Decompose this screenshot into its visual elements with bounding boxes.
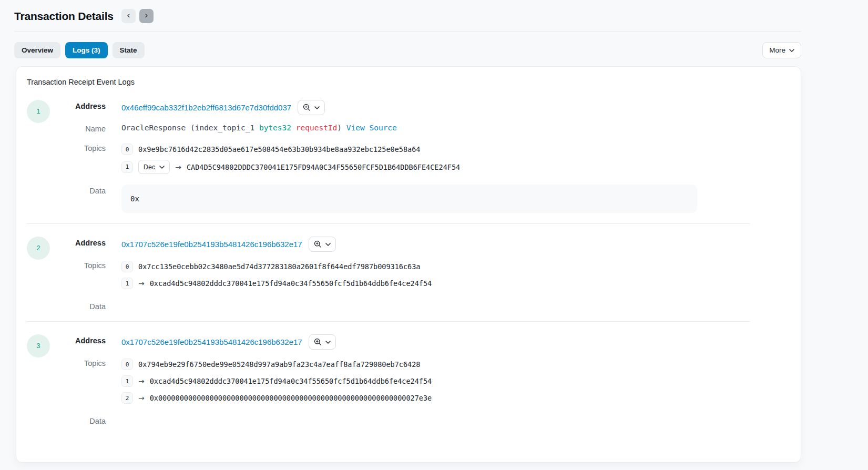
chevron-down-icon bbox=[789, 49, 794, 52]
topic-value: 0x794eb9e29f6750ede99e05248d997a9ab9fa23… bbox=[138, 360, 420, 369]
arrow-right-icon: → bbox=[138, 377, 145, 385]
topic-row: 1Dec→CAD4D5C94802DDDC370041E175FD94A0C34… bbox=[121, 160, 790, 174]
log-address-row: Address0x1707c526e19fe0b254193b5481426c1… bbox=[43, 237, 790, 259]
page-title: Transaction Details bbox=[14, 10, 114, 23]
field-label-address: Address bbox=[43, 100, 106, 110]
field-label-data: Data bbox=[43, 185, 106, 195]
chevron-left-icon: ‹ bbox=[127, 11, 130, 20]
log-name-segment: ) bbox=[337, 124, 346, 132]
log-entry: 3Address0x1707c526e19fe0b254193b5481426c… bbox=[27, 334, 790, 425]
log-data-row: Data0x bbox=[43, 185, 790, 213]
logs-list: 1Address0x46eff99cab332f1b2eb2ff6813d67e… bbox=[16, 100, 801, 425]
topic-value: 0x7cc135e0cebb02c3480ae5d74d377283180a26… bbox=[138, 262, 420, 271]
tab-state[interactable]: State bbox=[113, 42, 145, 58]
chevron-down-icon bbox=[325, 243, 331, 246]
log-address-link[interactable]: 0x46eff99cab332f1b2eb2ff6813d67e7d30fdd0… bbox=[121, 103, 291, 112]
log-name: OracleResponse (index_topic_1 bytes32 re… bbox=[121, 122, 790, 132]
log-address-row: Address0x1707c526e19fe0b254193b5481426c1… bbox=[43, 334, 790, 357]
log-name-segment: OracleResponse (index_topic_1 bbox=[121, 124, 259, 132]
log-data-box: 0x bbox=[121, 185, 697, 213]
field-label-address: Address bbox=[43, 237, 106, 247]
topic-index-badge: 1 bbox=[121, 161, 133, 173]
topic-index-badge: 0 bbox=[121, 144, 133, 155]
topic-value: 0x9e9bc7616d42c2835d05ae617e508454e63b30… bbox=[138, 145, 420, 154]
log-name-segment: requestId bbox=[296, 124, 338, 132]
page-footer: A transaction is a cryptographically sig… bbox=[0, 463, 868, 470]
log-divider bbox=[27, 223, 750, 224]
topic-index-badge: 0 bbox=[121, 261, 133, 272]
topics-list: 00x9e9bc7616d42c2835d05ae617e508454e63b3… bbox=[121, 142, 790, 174]
more-button[interactable]: More bbox=[762, 42, 801, 58]
chevron-right-icon: › bbox=[145, 11, 148, 20]
log-index-badge: 1 bbox=[27, 100, 50, 123]
topic-value: CAD4D5C94802DDDC370041E175FD94A0C34F5565… bbox=[187, 163, 460, 171]
magnifier-plus-icon bbox=[303, 104, 311, 111]
field-label-address: Address bbox=[43, 334, 106, 345]
log-name-segment: bytes32 bbox=[259, 124, 291, 132]
chevron-down-icon bbox=[325, 341, 331, 344]
topic-value: 0xcad4d5c94802dddc370041e175fd94a0c34f55… bbox=[150, 279, 432, 288]
page-header: Transaction Details ‹ › bbox=[0, 0, 868, 31]
log-topics-row: Topics00x7cc135e0cebb02c3480ae5d74d37728… bbox=[43, 259, 790, 290]
log-topics-row: Topics00x794eb9e29f6750ede99e05248d997a9… bbox=[43, 357, 790, 404]
field-label-topics: Topics bbox=[43, 357, 106, 367]
log-data-empty bbox=[121, 300, 790, 311]
address-inspect-button[interactable] bbox=[309, 237, 336, 252]
chevron-down-icon bbox=[159, 166, 165, 169]
log-address-link[interactable]: 0x1707c526e19fe0b254193b5481426c196b632e… bbox=[121, 338, 302, 346]
log-index-badge: 2 bbox=[27, 237, 50, 260]
log-index-badge: 3 bbox=[27, 334, 50, 357]
log-data-value: 0x bbox=[130, 195, 139, 203]
log-divider bbox=[27, 321, 750, 322]
log-name-row: NameOracleResponse (index_topic_1 bytes3… bbox=[43, 122, 790, 142]
log-topics-row: Topics00x9e9bc7616d42c2835d05ae617e50845… bbox=[43, 142, 790, 174]
log-data-empty bbox=[121, 415, 790, 425]
more-button-label: More bbox=[769, 46, 785, 54]
topic-row: 00x7cc135e0cebb02c3480ae5d74d377283180a2… bbox=[121, 260, 790, 273]
topic-decoder-label: Dec bbox=[144, 164, 155, 171]
event-logs-card: Transaction Receipt Event Logs 1Address0… bbox=[16, 66, 801, 463]
address-inspect-button[interactable] bbox=[298, 100, 325, 115]
log-address-row: Address0x46eff99cab332f1b2eb2ff6813d67e7… bbox=[43, 100, 790, 122]
arrow-right-icon: → bbox=[138, 279, 145, 288]
topic-row: 1→0xcad4d5c94802dddc370041e175fd94a0c34f… bbox=[121, 375, 790, 387]
magnifier-plus-icon bbox=[314, 338, 322, 346]
card-heading: Transaction Receipt Event Logs bbox=[16, 78, 801, 86]
topic-row: 1→0xcad4d5c94802dddc370041e175fd94a0c34f… bbox=[121, 277, 790, 290]
field-label-topics: Topics bbox=[43, 259, 106, 270]
prev-transaction-button[interactable]: ‹ bbox=[121, 9, 136, 23]
log-address-line: 0x46eff99cab332f1b2eb2ff6813d67e7d30fdd0… bbox=[121, 100, 790, 115]
log-entry: 2Address0x1707c526e19fe0b254193b5481426c… bbox=[27, 237, 790, 311]
topic-index-badge: 0 bbox=[121, 359, 133, 370]
field-label-name: Name bbox=[43, 122, 106, 133]
arrow-right-icon: → bbox=[175, 163, 181, 171]
field-label-data: Data bbox=[43, 415, 106, 425]
field-label-topics: Topics bbox=[43, 142, 106, 152]
log-address-line: 0x1707c526e19fe0b254193b5481426c196b632e… bbox=[121, 237, 790, 252]
tab-overview[interactable]: Overview bbox=[14, 42, 60, 58]
topic-index-badge: 2 bbox=[121, 392, 133, 404]
view-source-link[interactable]: View Source bbox=[346, 124, 397, 132]
tab-logs-3[interactable]: Logs (3) bbox=[65, 42, 108, 58]
topic-index-badge: 1 bbox=[121, 375, 133, 387]
next-transaction-button[interactable]: › bbox=[139, 9, 154, 23]
topics-list: 00x794eb9e29f6750ede99e05248d997a9ab9fa2… bbox=[121, 357, 790, 404]
topics-list: 00x7cc135e0cebb02c3480ae5d74d377283180a2… bbox=[121, 259, 790, 290]
log-name-segment bbox=[291, 124, 296, 132]
log-address-line: 0x1707c526e19fe0b254193b5481426c196b632e… bbox=[121, 334, 790, 350]
topic-value: 0x00000000000000000000000000000000000000… bbox=[150, 394, 432, 402]
arrow-right-icon: → bbox=[138, 394, 145, 402]
topic-index-badge: 1 bbox=[121, 278, 133, 289]
magnifier-plus-icon bbox=[314, 240, 322, 248]
log-address-link[interactable]: 0x1707c526e19fe0b254193b5481426c196b632e… bbox=[121, 240, 302, 249]
topic-decoder-select[interactable]: Dec bbox=[138, 160, 170, 174]
field-label-data: Data bbox=[43, 300, 106, 311]
log-data-row: Data bbox=[43, 300, 790, 311]
tabs: OverviewLogs (3)State bbox=[14, 42, 145, 58]
address-inspect-button[interactable] bbox=[309, 334, 336, 350]
log-entry: 1Address0x46eff99cab332f1b2eb2ff6813d67e… bbox=[27, 100, 790, 213]
tabs-row: OverviewLogs (3)State More bbox=[0, 32, 868, 58]
chevron-down-icon bbox=[314, 106, 320, 109]
topic-value: 0xcad4d5c94802dddc370041e175fd94a0c34f55… bbox=[150, 377, 432, 385]
topic-row: 00x794eb9e29f6750ede99e05248d997a9ab9fa2… bbox=[121, 358, 790, 371]
